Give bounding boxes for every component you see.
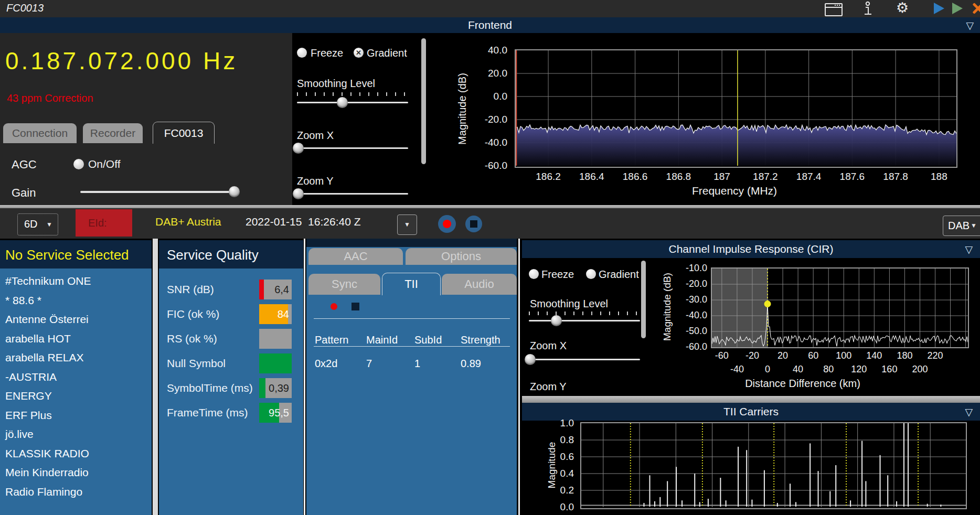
- spectrum-ylabel: Magnitude (dB): [456, 51, 468, 167]
- tii-carriers-plot[interactable]: [580, 422, 967, 509]
- tii-stop-square-icon[interactable]: [351, 303, 359, 310]
- gear-glyph: ⚙: [896, 0, 909, 16]
- service-item[interactable]: #Technikum ONE: [0, 272, 152, 291]
- stop-button[interactable]: [465, 216, 482, 232]
- quality-bar-value: 95,5: [269, 407, 289, 419]
- tab-tii[interactable]: TII: [382, 273, 441, 295]
- close-x-icon[interactable]: [970, 1, 980, 16]
- tab-audio[interactable]: Audio: [442, 274, 517, 295]
- cir-smoothing-track[interactable]: [529, 320, 640, 321]
- tii-table-header: SubId: [414, 334, 442, 346]
- frontend-collapse-icon[interactable]: ▽: [966, 19, 974, 31]
- quality-row: FrameTime (ms)95,5: [159, 403, 303, 423]
- info-icon[interactable]: [861, 1, 880, 16]
- cir-xtick: 100: [828, 350, 859, 361]
- agc-radio[interactable]: [73, 159, 84, 169]
- zoomy-slider-track[interactable]: [297, 193, 408, 195]
- cir-xtick: -40: [721, 364, 753, 375]
- play-icon-blue[interactable]: [934, 3, 944, 14]
- gain-slider-track[interactable]: [80, 191, 233, 193]
- scan-dropdown-button[interactable]: ▼: [397, 214, 417, 235]
- service-item[interactable]: arabella RELAX: [0, 348, 152, 368]
- tab-recorder[interactable]: Recorder: [83, 123, 143, 143]
- quality-row-label: FIC (ok %): [167, 308, 219, 320]
- service-item[interactable]: ENERGY: [0, 387, 152, 406]
- cir-plot[interactable]: [711, 267, 969, 348]
- smoothing-slider-handle[interactable]: [337, 97, 348, 108]
- gradient-checkbox[interactable]: ✕: [354, 48, 364, 58]
- cir-xtick: 180: [889, 350, 920, 361]
- quality-bar: [259, 329, 292, 349]
- service-item[interactable]: Antenne Österrei: [0, 310, 152, 329]
- window-icon[interactable]: [824, 2, 843, 16]
- play-icon-green[interactable]: [952, 3, 963, 14]
- ensemble-name: DAB+ Austria: [155, 216, 221, 228]
- cir-ytick: -30.0: [673, 294, 707, 305]
- cir-ytick: -60.0: [673, 341, 707, 352]
- zoomx-slider-handle[interactable]: [293, 143, 304, 154]
- tii-carriers-collapse-icon[interactable]: ▽: [965, 406, 973, 418]
- status-bar: 6D ▼ EId: A101 DAB+ Austria 2022-01-15 1…: [0, 208, 980, 239]
- tab-sync[interactable]: Sync: [308, 274, 380, 295]
- cir-xtick: -20: [737, 350, 768, 361]
- window-titlebar: FC0013 ⚙: [0, 0, 980, 18]
- no-service-selected-label: No Service Selected: [0, 240, 152, 263]
- quality-bar-segment: [259, 378, 265, 398]
- tii-table-cell: 1: [414, 358, 420, 370]
- quality-row: FIC (ok %)84: [159, 304, 303, 324]
- service-item[interactable]: jö.live: [0, 425, 152, 444]
- tii-ytick: 0.0: [540, 501, 574, 513]
- spectrum-xtick: 187.4: [791, 171, 827, 183]
- quality-bar: 95,5: [259, 403, 292, 423]
- service-list-header: No Service Selected: [0, 240, 152, 269]
- ppm-correction: 43 ppm Correction: [7, 92, 93, 104]
- service-item[interactable]: KLASSIK RADIO: [0, 444, 152, 464]
- cir-smoothing-handle[interactable]: [551, 315, 562, 326]
- service-item[interactable]: Mein Kinderradio: [0, 463, 152, 482]
- smoothing-slider-track[interactable]: [297, 102, 408, 103]
- band-combobox[interactable]: DAB ▼: [943, 216, 980, 236]
- tab-options[interactable]: Options: [406, 248, 517, 265]
- cir-horizontal-scrollbar[interactable]: [522, 396, 980, 403]
- service-item[interactable]: ERF Plus: [0, 406, 152, 425]
- zoomy-slider-handle[interactable]: [293, 188, 304, 199]
- spectrum-xlabel: Frequency (MHz): [656, 185, 813, 197]
- cir-controls-scrollbar[interactable]: [641, 261, 646, 338]
- tab-connection[interactable]: Connection: [3, 123, 77, 143]
- gain-slider-handle[interactable]: [229, 186, 240, 197]
- controls-scrollbar[interactable]: [421, 38, 426, 164]
- spectrum-controls: Freeze ✕ Gradient Smoothing Level Zoom X…: [292, 33, 435, 205]
- service-item[interactable]: Radio Flamingo: [0, 482, 152, 502]
- service-item[interactable]: * 88.6 *: [0, 291, 152, 310]
- tab-fc0013[interactable]: FC0013: [153, 122, 215, 144]
- tii-separator-line: [314, 318, 510, 319]
- smoothing-slider-ticks: [297, 92, 408, 96]
- stop-square-icon: [470, 220, 477, 228]
- spectrum-ytick: -20.0: [470, 114, 507, 125]
- cir-gradient-checkbox[interactable]: [586, 269, 596, 279]
- cir-freeze-checkbox[interactable]: [529, 269, 539, 279]
- tabs-top-strip: [306, 239, 517, 247]
- tab-aac[interactable]: AAC: [308, 248, 403, 265]
- cir-gradient-label: Gradient: [599, 269, 639, 281]
- service-list: #Technikum ONE* 88.6 *Antenne Österreiar…: [0, 269, 152, 515]
- gear-icon[interactable]: ⚙: [896, 1, 915, 15]
- cir-zoomx-handle[interactable]: [525, 354, 536, 365]
- quality-row: Null Symbol: [159, 353, 303, 373]
- info-glyph: [861, 1, 874, 17]
- channel-combobox[interactable]: 6D ▼: [17, 213, 58, 235]
- cir-xtick: 140: [858, 350, 890, 361]
- service-item[interactable]: arabella HOT: [0, 329, 152, 349]
- spectrum-plot[interactable]: [515, 49, 957, 168]
- cir-collapse-icon[interactable]: ▽: [965, 243, 973, 255]
- freeze-checkbox[interactable]: [297, 48, 307, 58]
- service-list-scrollbar[interactable]: [153, 239, 158, 515]
- tii-record-dot-icon[interactable]: [331, 303, 337, 310]
- frequency-display: 0.187.072.000 Hz: [5, 47, 238, 75]
- service-item[interactable]: -AUSTRIA: [0, 368, 152, 387]
- service-list-panel: No Service Selected #Technikum ONE* 88.6…: [0, 240, 152, 515]
- zoomx-slider-track[interactable]: [297, 147, 408, 149]
- service-item[interactable]: [0, 501, 152, 515]
- cir-zoomx-track[interactable]: [529, 359, 640, 360]
- record-button[interactable]: [438, 215, 456, 233]
